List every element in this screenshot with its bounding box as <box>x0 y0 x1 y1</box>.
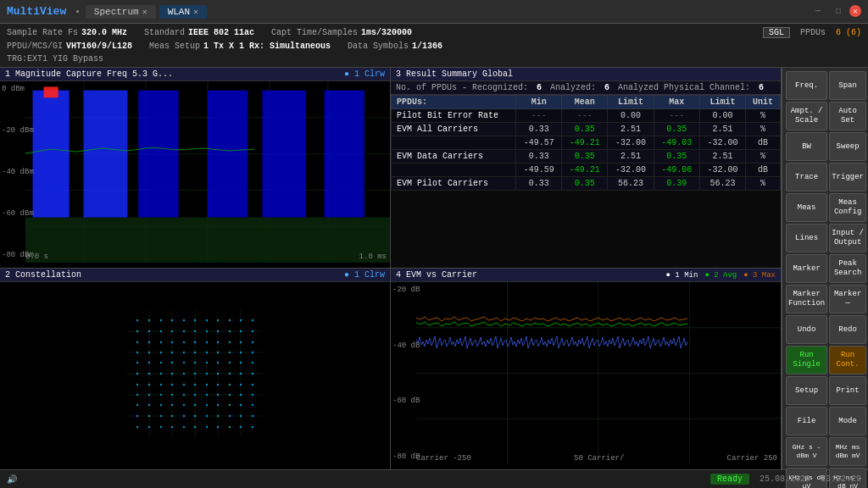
svg-point-29 <box>136 319 138 320</box>
app-logo: MultiView <box>7 5 66 18</box>
svg-point-127 <box>252 403 253 405</box>
svg-point-98 <box>171 383 173 385</box>
svg-point-137 <box>240 414 242 416</box>
marker-function-button[interactable]: Marker Function <box>786 285 827 313</box>
print-button[interactable]: Print <box>829 376 866 405</box>
svg-point-102 <box>217 383 219 385</box>
svg-point-115 <box>240 393 242 395</box>
svg-point-120 <box>171 403 173 405</box>
undo-button[interactable]: Undo <box>786 315 827 344</box>
tab-spectrum-close[interactable]: ✕ <box>142 7 147 17</box>
panel1-title: 1 Magnitude Capture Freq 5.3 G... ● 1 Cl… <box>0 68 390 81</box>
result-summary-row: No. of PPDUs - Recognized: 6 Analyzed: 6… <box>391 81 781 95</box>
trigger-button[interactable]: Trigger <box>829 163 866 191</box>
physical-label: Analyzed Physical Channel: <box>618 83 750 92</box>
run-cont-button[interactable]: Run Cont. <box>829 346 866 374</box>
svg-point-89 <box>194 372 196 374</box>
setup-button[interactable]: Setup <box>786 376 827 405</box>
svg-point-133 <box>194 414 196 416</box>
svg-point-112 <box>206 393 208 395</box>
svg-point-119 <box>160 403 162 405</box>
mhz-ms-dbmmv-button[interactable]: MHz ms dBm mV <box>829 437 866 466</box>
meas-setup-label: Meas Setup <box>149 42 200 51</box>
result-header: 3 Result Summary Global <box>391 68 781 81</box>
svg-point-114 <box>229 393 231 395</box>
marker-button[interactable]: Marker <box>786 254 827 283</box>
svg-point-32 <box>171 319 173 320</box>
svg-point-101 <box>206 383 208 385</box>
svg-point-56 <box>194 341 196 342</box>
close-btn[interactable]: ✕ <box>849 5 861 17</box>
peak-search-button[interactable]: Peak Search <box>829 254 866 283</box>
run-single-button[interactable]: Run Single <box>786 346 827 374</box>
svg-rect-14 <box>138 91 178 218</box>
svg-point-100 <box>194 383 196 385</box>
input-output-button[interactable]: Input / Output <box>829 224 866 252</box>
svg-point-35 <box>206 319 208 320</box>
status-time: 13:22:29 <box>821 474 861 484</box>
svg-point-72 <box>252 351 253 352</box>
data-symbols-label: Data Symbols <box>348 42 409 51</box>
top-panels: 1 Magnitude Capture Freq 5.3 G... ● 1 Cl… <box>0 68 781 269</box>
ready-status: Ready <box>710 474 749 485</box>
svg-point-38 <box>240 319 242 320</box>
redo-button[interactable]: Redo <box>829 315 866 344</box>
col-header-mean: Mean <box>562 96 608 109</box>
svg-point-147 <box>229 425 231 427</box>
table-row: EVM Data Carriers0.330.352.510.352.51% <box>392 150 781 164</box>
meas-button[interactable]: Meas <box>786 193 827 222</box>
svg-point-42 <box>160 330 162 331</box>
svg-point-31 <box>160 319 162 320</box>
ppdus-label: PPDUs <box>800 28 826 37</box>
analyzed-value: 6 <box>604 83 609 92</box>
constellation-panel: 2 Constellation ● 1 Clrw <box>0 269 391 469</box>
sweep-button[interactable]: Sweep <box>829 132 866 161</box>
capt-time-value: 1ms/320000 <box>361 28 412 37</box>
tab-wlan[interactable]: WLAN ✕ <box>159 5 207 19</box>
svg-rect-11 <box>33 91 70 218</box>
svg-point-149 <box>252 425 253 427</box>
span-button[interactable]: Span <box>829 71 866 100</box>
svg-point-43 <box>171 330 173 331</box>
svg-point-48 <box>229 330 231 331</box>
ampt-scale-button[interactable]: Ampt. / Scale <box>786 102 827 130</box>
svg-point-105 <box>252 383 253 385</box>
spectrum-svg <box>25 81 390 263</box>
trace-button[interactable]: Trace <box>786 163 827 191</box>
svg-point-144 <box>194 425 196 427</box>
file-button[interactable]: File <box>786 407 827 435</box>
marker-dash-button[interactable]: Marker — <box>829 285 866 313</box>
svg-point-62 <box>136 351 138 352</box>
svg-point-117 <box>136 403 138 405</box>
svg-point-122 <box>194 403 196 405</box>
tab-spectrum[interactable]: Spectrum ✕ <box>86 5 156 19</box>
svg-point-140 <box>148 425 150 427</box>
recognized-label: No. of PPDUs - Recognized: <box>396 83 528 92</box>
maximize-btn[interactable]: □ <box>829 5 848 18</box>
svg-point-123 <box>206 403 208 405</box>
lines-button[interactable]: Lines <box>786 224 827 252</box>
svg-point-79 <box>206 361 208 363</box>
freq-button[interactable]: Freq. <box>786 71 827 100</box>
svg-point-55 <box>183 341 185 342</box>
bw-button[interactable]: BW <box>786 132 827 161</box>
result-summary-panel: 3 Result Summary Global No. of PPDUs - R… <box>391 68 781 268</box>
svg-point-54 <box>171 341 173 342</box>
col-header-max: Max <box>654 96 699 109</box>
minimize-btn[interactable]: ─ <box>809 5 827 18</box>
svg-point-118 <box>148 403 150 405</box>
svg-point-60 <box>240 341 242 342</box>
ghz-s-dbmv-button[interactable]: GHz s -dBm V <box>786 437 827 466</box>
svg-point-50 <box>252 330 253 331</box>
meas-config-button[interactable]: Meas Config <box>829 193 866 222</box>
auto-set-button[interactable]: Auto Set <box>829 102 866 130</box>
mode-button[interactable]: Mode <box>829 407 866 435</box>
svg-point-145 <box>206 425 208 427</box>
data-symbols-value: 1/1366 <box>412 42 442 51</box>
tab-wlan-close[interactable]: ✕ <box>193 7 198 17</box>
svg-point-53 <box>160 341 162 342</box>
panel3-title: 2 Constellation ● 1 Clrw <box>0 269 390 282</box>
constellation-svg <box>127 310 263 437</box>
svg-point-39 <box>252 319 253 320</box>
panel1-marker: ● 1 Clrw <box>344 69 385 79</box>
